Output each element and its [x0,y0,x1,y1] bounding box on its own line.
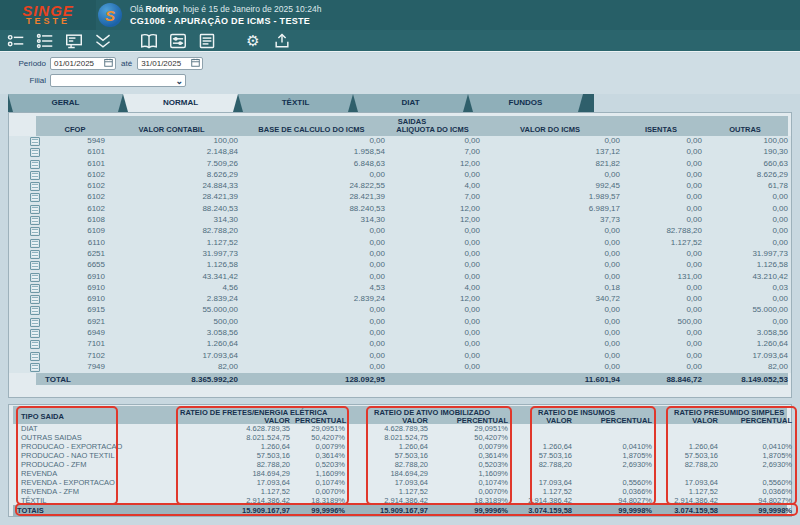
row-detail-icon[interactable] [30,239,40,248]
row-detail-icon[interactable] [30,171,40,180]
rateio-row[interactable]: PRODUCAO - NAO TEXTIL57.503,160,3614%57.… [9,451,791,460]
period-from-input[interactable]: 01/01/2025 [50,57,116,70]
column-header: VALOR CONTABIL [105,125,238,134]
table-row[interactable]: 61101.127,520,000,000,001.127,520,00 [9,238,791,249]
row-detail-icon[interactable] [30,182,40,191]
row-detail-icon[interactable] [30,261,40,270]
table-row[interactable]: 794982,000,000,000,000,0082,00 [9,362,791,373]
rateio-row[interactable]: TÊXTIL2.914.386,4218,3189%2.914.386,4218… [9,496,791,505]
row-detail-icon[interactable] [30,340,40,349]
row-detail-icon[interactable] [30,137,40,146]
table-row[interactable]: 610982.788,200,000,000,0082.788,200,00 [9,226,791,237]
form-lines-icon[interactable] [197,32,217,50]
table-row[interactable]: 66551.126,580,000,000,000,001.126,58 [9,260,791,271]
singe-ball-icon: S [98,3,122,27]
cell: 57.503,16 [498,451,572,460]
cell: 12,00 [400,204,480,213]
gear-icon[interactable]: ⚙ [243,32,263,50]
row-detail-icon[interactable] [30,306,40,315]
table-row[interactable]: 61028.626,290,000,000,000,008.626,29 [9,170,791,181]
cell: 17.093,64 [644,478,718,487]
rateio-row[interactable]: DIAT4.628.789,3529,0951%4.628.789,3529,0… [9,424,791,433]
cell: 61,78 [690,181,788,190]
tab-fundos[interactable]: FUNDOS [468,94,583,112]
cell: 190,30 [690,147,788,156]
row-detail-icon[interactable] [30,216,40,225]
rateio-row[interactable]: REVENDA - EXPORTACAO17.093,640,1074%17.0… [9,478,791,487]
sliders-icon[interactable] [168,32,188,50]
cell: 29,0951% [433,424,508,433]
table-row[interactable]: 6921500,000,000,000,00500,000,00 [9,317,791,328]
table-row[interactable]: 69493.058,560,000,000,000,003.058,56 [9,328,791,339]
calendar-icon[interactable] [104,58,113,69]
row-detail-icon[interactable] [30,193,40,202]
table-row[interactable]: 69102.839,242.839,2412,00340,720,000,00 [9,294,791,305]
table-row[interactable]: 691555.000,000,000,000,000,0055.000,00 [9,305,791,316]
table-row[interactable]: 625131.997,730,000,000,000,0031.997,73 [9,249,791,260]
cell: 0,0079% [433,442,508,451]
calendar-icon[interactable] [191,58,200,69]
table-row[interactable]: 691043.341,420,000,000,00131,0043.210,42 [9,272,791,283]
row-detail-icon[interactable] [30,284,40,293]
row-detail-icon[interactable] [30,227,40,236]
cell: 8.626,29 [690,170,788,179]
cell: 0,5203% [295,460,345,469]
monitor-icon[interactable] [64,32,84,50]
export-icon[interactable] [272,32,292,50]
table-row[interactable]: 61012.148,841.958,547,00137,120,00190,30 [9,147,791,158]
cell: 6102 [60,181,105,190]
rateio-panel: TIPO SAIDA RATEIO DE FRETES/ENERGIA ELÉT… [8,404,792,517]
tipo-saida-cell: REVENDA [21,469,121,478]
cell: 1.127,52 [130,238,238,247]
tab-normal[interactable]: NORMAL [123,94,238,112]
row-detail-icon[interactable] [30,363,40,372]
logo-line2: TESTE [26,17,70,26]
row-detail-icon[interactable] [30,160,40,169]
cell: 2.914.386,42 [180,496,290,505]
table-row[interactable]: 69104,564,534,000,180,000,03 [9,283,791,294]
row-detail-icon[interactable] [30,295,40,304]
book-icon[interactable] [139,32,159,50]
cell: 1.260,64 [130,339,238,348]
branch-select[interactable]: ⌄ [50,74,186,87]
row-detail-icon[interactable] [30,250,40,259]
table-row[interactable]: 610228.421,3928.421,397,001.989,570,000,… [9,192,791,203]
table-row[interactable]: 61017.509,266.848,6312,00821,820,00660,6… [9,159,791,170]
rateio-row[interactable]: REVENDA - ZFM1.127,520,0070%1.127,520,00… [9,487,791,496]
row-detail-icon[interactable] [30,205,40,214]
tab-geral[interactable]: GERAL [8,94,123,112]
tab-diat[interactable]: DIAT [353,94,468,112]
cell: 1.260,64 [498,442,572,451]
row-detail-icon[interactable] [30,148,40,157]
table-row[interactable]: 5949100,000,000,000,000,00100,00 [9,136,791,147]
rateio-row[interactable]: OUTRAS SAIDAS8.021.524,7550,4207%8.021.5… [9,433,791,442]
detail-list-icon[interactable] [6,32,26,50]
cell: 8.626,29 [130,170,238,179]
double-chevron-down-icon[interactable] [93,32,113,50]
rateio-row[interactable]: PRODUCAO - ZFM82.788,200,5203%82.788,200… [9,460,791,469]
tab-txtil[interactable]: TÊXTIL [238,94,353,112]
table-row[interactable]: 610224.884,3324.822,554,00992,450,0061,7… [9,181,791,192]
cell: 1,8705% [723,451,792,460]
rateio-row[interactable]: REVENDA184.694,291,1609%184.694,291,1609… [9,469,791,478]
cell: 0,00 [520,170,620,179]
table-row[interactable]: 6108314,30314,3012,0037,730,000,00 [9,215,791,226]
period-to-input[interactable]: 31/01/2025 [137,57,203,70]
detail-list-alt-icon[interactable] [35,32,55,50]
cell: 28.421,39 [280,192,385,201]
cell: 314,30 [130,215,238,224]
row-detail-icon[interactable] [30,329,40,338]
cell: 0,00 [400,136,480,145]
cell: 0,00 [690,204,788,213]
row-detail-icon[interactable] [30,273,40,282]
table-row[interactable]: 710217.093,640,000,000,000,0017.093,64 [9,351,791,362]
total-cell: 3.074.159,58 [644,506,718,515]
rateio-row[interactable]: PRODUCAO - EXPORTACAO1.260,640,0079%1.26… [9,442,791,451]
cell: 0,00 [520,249,620,258]
table-row[interactable]: 610288.240,5388.240,5312,006.989,170,000… [9,204,791,215]
row-detail-icon[interactable] [30,318,40,327]
table-row[interactable]: 71011.260,640,000,000,000,001.260,64 [9,339,791,350]
cell: 1.127,52 [180,487,290,496]
cell: 0,00 [690,294,788,303]
row-detail-icon[interactable] [30,352,40,361]
